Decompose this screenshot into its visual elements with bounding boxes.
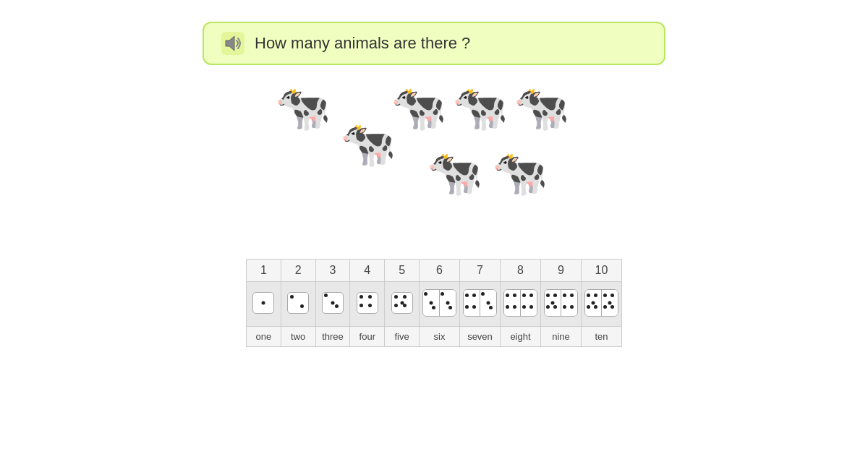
number-cell-4[interactable]: 4 [350, 260, 385, 282]
word-cell-3: three [315, 327, 350, 347]
animal-7: 🐄 [492, 150, 548, 195]
number-cell-9[interactable]: 9 [540, 260, 581, 282]
dice-cell-3[interactable] [315, 282, 350, 327]
dice-cell-8[interactable] [500, 282, 540, 327]
number-row: 12345678910 [247, 260, 622, 282]
word-cell-9: nine [540, 327, 581, 347]
dice-cell-6[interactable] [419, 282, 459, 327]
word-cell-1: one [247, 327, 281, 347]
dice-cell-10[interactable] [581, 282, 621, 327]
dice-cell-9[interactable] [540, 282, 581, 327]
dice-cell-4[interactable] [350, 282, 385, 327]
animal-6: 🐄 [427, 150, 482, 195]
number-cell-2[interactable]: 2 [281, 260, 315, 282]
question-text: How many animals are there ? [255, 34, 470, 53]
number-cell-3[interactable]: 3 [315, 260, 350, 282]
dice-cell-7[interactable] [459, 282, 500, 327]
word-row: onetwothreefourfivesixseveneightnineten [247, 327, 622, 347]
animal-1: 🐄 [275, 85, 331, 130]
word-cell-2: two [281, 327, 315, 347]
animal-3: 🐄 [391, 85, 446, 130]
word-cell-7: seven [459, 327, 500, 347]
animal-2: 🐄 [340, 121, 396, 166]
word-cell-6: six [419, 327, 459, 347]
animals-area: 🐄🐄🐄🐄🐄🐄🐄 [181, 78, 687, 237]
word-cell-4: four [350, 327, 385, 347]
word-cell-5: five [385, 327, 420, 347]
dice-cell-5[interactable] [385, 282, 420, 327]
dice-cell-2[interactable] [281, 282, 315, 327]
counter-table: 12345678910 onetwothreefourfivesixsevene… [246, 259, 622, 347]
number-cell-1[interactable]: 1 [247, 260, 281, 282]
dice-cell-1[interactable] [247, 282, 281, 327]
number-cell-10[interactable]: 10 [581, 260, 621, 282]
number-cell-7[interactable]: 7 [459, 260, 500, 282]
animal-5: 🐄 [514, 85, 569, 130]
question-box: How many animals are there ? [203, 22, 665, 65]
speaker-icon[interactable] [221, 32, 244, 55]
word-cell-10: ten [581, 327, 621, 347]
word-cell-8: eight [500, 327, 540, 347]
number-cell-6[interactable]: 6 [419, 260, 459, 282]
number-cell-5[interactable]: 5 [385, 260, 420, 282]
dice-row [247, 282, 622, 327]
number-cell-8[interactable]: 8 [500, 260, 540, 282]
animal-4: 🐄 [452, 85, 508, 130]
